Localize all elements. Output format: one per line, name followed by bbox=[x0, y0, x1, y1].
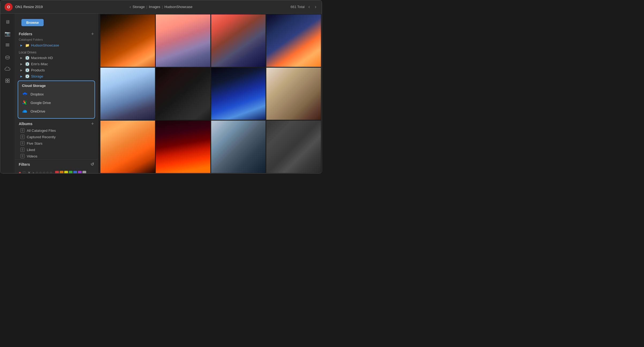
folder-item-macintosh[interactable]: ▶ 💽 Macintosh HD bbox=[15, 55, 98, 61]
folders-section-header: Folders + bbox=[15, 30, 98, 37]
chevron-icon: ▶ bbox=[20, 56, 24, 59]
color-swatch-yellow[interactable] bbox=[64, 171, 68, 174]
photo-cell[interactable] bbox=[211, 68, 266, 120]
folder-item-products[interactable]: ▶ 💽 Products bbox=[15, 67, 98, 73]
svg-rect-0 bbox=[6, 45, 9, 45]
albums-section-header: Albums + bbox=[15, 120, 98, 127]
album-label-five-stars: Five Stars bbox=[27, 141, 43, 145]
local-drives-label: Local Drives bbox=[15, 48, 98, 55]
onedrive-icon bbox=[22, 108, 28, 114]
cloud-item-dropbox[interactable]: Dropbox bbox=[22, 90, 91, 98]
nav-prev-button[interactable]: ‹ bbox=[307, 3, 311, 10]
photo-cell[interactable] bbox=[266, 14, 321, 67]
titlebar-right: 661 Total ‹ › bbox=[290, 3, 317, 10]
folder-icon-hudsonshowcase: 📁 bbox=[25, 43, 29, 47]
breadcrumb-part-images[interactable]: Images bbox=[149, 5, 160, 9]
svg-rect-1 bbox=[6, 46, 9, 46]
onedrive-label: OneDrive bbox=[31, 109, 45, 113]
folder-item-erins-imac[interactable]: ▶ 💽 Erin's iMac bbox=[15, 61, 98, 67]
titlebar: O ON1 Resize 2019 ‹ Storage | Images | H… bbox=[0, 0, 322, 14]
breadcrumb-back-arrow[interactable]: ‹ bbox=[130, 5, 131, 9]
photo-cell[interactable] bbox=[100, 68, 155, 120]
color-swatch-gray[interactable] bbox=[82, 171, 86, 174]
photo-cell[interactable] bbox=[156, 121, 210, 173]
svg-rect-11 bbox=[8, 81, 9, 83]
album-label-liked: Liked bbox=[27, 148, 35, 152]
chevron-icon: ▶ bbox=[20, 75, 24, 78]
breadcrumb-sep-1: | bbox=[146, 5, 147, 9]
folder-item-hudsonshowcase[interactable]: ▶ 📁 HudsonShowcase bbox=[15, 42, 98, 48]
folder-label-erins: Erin's iMac bbox=[31, 62, 48, 66]
album-label-videos: Videos bbox=[27, 154, 37, 158]
add-album-button[interactable]: + bbox=[91, 121, 94, 126]
cloud-item-gdrive[interactable]: Google Drive bbox=[22, 98, 91, 107]
photo-cell[interactable] bbox=[156, 68, 210, 120]
monitor-icon[interactable]: 🖥 bbox=[2, 17, 13, 27]
folder-item-storage[interactable]: ▶ 💽 Storage bbox=[15, 73, 98, 79]
nav-next-button[interactable]: › bbox=[314, 3, 317, 10]
browse-button[interactable]: Browse bbox=[21, 19, 44, 26]
dropbox-label: Dropbox bbox=[31, 92, 44, 96]
folder-label-macintosh: Macintosh HD bbox=[31, 56, 53, 60]
chevron-icon: ▶ bbox=[20, 63, 24, 65]
heart-filled-icon[interactable]: ♥ bbox=[19, 171, 21, 174]
cataloged-label: Cataloged Folders bbox=[15, 37, 98, 42]
photo-cell[interactable] bbox=[100, 121, 155, 173]
breadcrumb-sep-2: | bbox=[162, 5, 163, 9]
album-icon: ☰ bbox=[20, 154, 25, 158]
star-rating[interactable]: ☆☆☆☆☆ bbox=[36, 171, 52, 174]
photo-cell[interactable] bbox=[211, 121, 266, 173]
folder-label-products: Products bbox=[31, 68, 45, 72]
color-swatch-blue[interactable] bbox=[73, 171, 77, 174]
filters-header: Filters ↺ bbox=[15, 160, 98, 169]
svg-rect-9 bbox=[8, 79, 9, 80]
breadcrumb-part-showcase[interactable]: HudsonShowcase bbox=[164, 5, 192, 9]
album-item-five-stars[interactable]: ☰ Five Stars bbox=[15, 140, 98, 146]
album-label-captured: Captured Recently bbox=[27, 135, 56, 139]
add-folder-button[interactable]: + bbox=[91, 32, 94, 36]
main-layout: 🖥 📷 bbox=[0, 14, 322, 174]
svg-rect-2 bbox=[6, 44, 9, 44]
album-item-captured-recently[interactable]: ☰ Captured Recently bbox=[15, 134, 98, 140]
photo-cell[interactable] bbox=[211, 14, 266, 67]
folders-title: Folders bbox=[19, 32, 32, 36]
app-logo: O bbox=[5, 3, 13, 11]
drive-icon[interactable] bbox=[2, 52, 13, 62]
gdrive-icon bbox=[22, 100, 28, 106]
gdrive-label: Google Drive bbox=[31, 101, 51, 105]
photo-cell[interactable] bbox=[266, 121, 321, 173]
folder-label-hudsonshowcase: HudsonShowcase bbox=[31, 43, 59, 47]
app-name: ON1 Resize 2019 bbox=[15, 5, 43, 9]
layers-icon[interactable] bbox=[2, 40, 13, 51]
album-item-videos[interactable]: ☰ Videos bbox=[15, 153, 98, 159]
rejected-icon[interactable]: ✕ bbox=[28, 171, 31, 174]
photo-cell[interactable] bbox=[156, 14, 210, 67]
photo-cell[interactable] bbox=[100, 14, 155, 67]
color-swatch-orange[interactable] bbox=[60, 171, 63, 174]
camera-icon[interactable]: 📷 bbox=[2, 29, 13, 39]
cloud-icon[interactable] bbox=[2, 64, 13, 74]
photo-cell[interactable] bbox=[266, 68, 321, 120]
color-swatch-purple[interactable] bbox=[78, 171, 82, 174]
color-swatch-green[interactable] bbox=[69, 171, 73, 174]
album-item-all-cataloged[interactable]: ☰ All Cataloged Files bbox=[15, 127, 98, 134]
cloud-storage-title: Cloud Storage bbox=[22, 84, 91, 88]
color-swatch-red[interactable] bbox=[55, 171, 59, 174]
chevron-icon: ▶ bbox=[20, 44, 24, 47]
album-item-liked[interactable]: ☰ Liked bbox=[15, 146, 98, 153]
filters-reset-icon[interactable]: ↺ bbox=[90, 162, 94, 167]
filters-title: Filters bbox=[19, 162, 30, 167]
album-icon: ☰ bbox=[20, 128, 25, 133]
drive-icon-macintosh: 💽 bbox=[25, 56, 29, 60]
cloud-item-onedrive[interactable]: OneDrive bbox=[22, 107, 91, 115]
rated-icon[interactable]: ≥ bbox=[32, 171, 34, 174]
breadcrumb-part-storage[interactable]: Storage bbox=[132, 5, 145, 9]
heart-outline-icon[interactable]: ♡ bbox=[22, 171, 26, 174]
photo-grid bbox=[100, 14, 322, 174]
drive-icon-erins: 💽 bbox=[25, 62, 29, 66]
album-label-all: All Cataloged Files bbox=[27, 129, 56, 133]
dropbox-icon bbox=[22, 91, 28, 97]
grid-icon[interactable] bbox=[2, 76, 13, 86]
sidebar: Browse Folders + Cataloged Folders ▶ 📁 H… bbox=[15, 14, 98, 174]
svg-rect-10 bbox=[6, 81, 7, 83]
